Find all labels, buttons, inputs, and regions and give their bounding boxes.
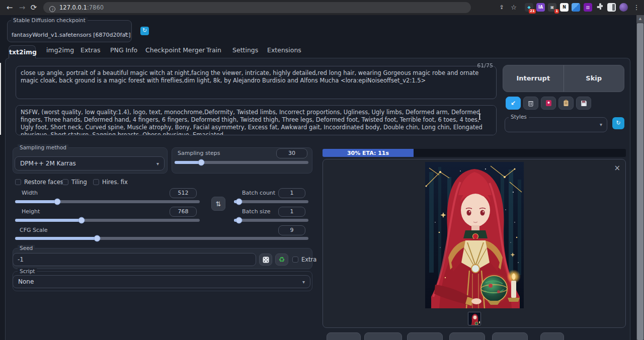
extension-pin-icon[interactable]: ◆21 bbox=[525, 3, 533, 12]
output-gallery: × bbox=[323, 159, 626, 328]
token-counter: 61/75 bbox=[477, 62, 493, 69]
batch-size-slider[interactable] bbox=[234, 219, 308, 222]
tab-extras[interactable]: Extras bbox=[80, 46, 101, 54]
seed-input[interactable] bbox=[13, 253, 256, 266]
tab-train[interactable]: Train bbox=[206, 46, 221, 54]
sidebar-glyph bbox=[612, 4, 615, 11]
interrupt-button[interactable]: Interrupt bbox=[503, 65, 564, 92]
gallery-action-button[interactable] bbox=[407, 332, 443, 340]
slider-handle[interactable] bbox=[78, 217, 85, 224]
save-style-button[interactable] bbox=[576, 97, 591, 110]
progress-bar: 30% ETA: 11s bbox=[323, 149, 626, 157]
scrollbar-up-arrow[interactable]: ▲ bbox=[636, 15, 644, 23]
gem-pendant bbox=[473, 234, 478, 239]
prompt-input[interactable]: close up angle, portrait of a beautiful … bbox=[16, 66, 497, 99]
extension-blue-icon[interactable] bbox=[572, 3, 580, 12]
tab-txt2img[interactable]: txt2img bbox=[9, 45, 36, 58]
checkbox-icon bbox=[292, 257, 298, 263]
slider-handle[interactable] bbox=[198, 159, 205, 166]
sampling-steps-value[interactable]: 30 bbox=[276, 148, 307, 158]
gallery-action-button[interactable] bbox=[492, 332, 528, 340]
styles-dropdown[interactable]: Styles ▾ bbox=[505, 117, 607, 132]
seed-label: Seed bbox=[18, 245, 35, 251]
width-value[interactable]: 512 bbox=[170, 188, 197, 198]
site-info-icon[interactable]: i bbox=[49, 6, 55, 12]
styles-refresh-button[interactable]: ↻ bbox=[612, 117, 624, 129]
cfg-scale-value[interactable]: 9 bbox=[278, 225, 305, 235]
extra-seed-label: Extra bbox=[301, 256, 316, 263]
cfg-scale-label: CFG Scale bbox=[20, 227, 48, 233]
sampling-steps-slider[interactable] bbox=[175, 161, 308, 164]
width-slider[interactable] bbox=[15, 200, 200, 203]
restore-faces-label: Restore faces bbox=[24, 179, 63, 186]
skip-button[interactable]: Skip bbox=[564, 65, 624, 92]
batch-size-value[interactable]: 1 bbox=[278, 207, 305, 217]
extension-ia-icon[interactable]: IA bbox=[536, 3, 545, 12]
checkbox-icon bbox=[93, 179, 99, 185]
trash-icon bbox=[528, 100, 534, 107]
flower-card-icon bbox=[545, 100, 552, 107]
extension-onenote-icon[interactable]: ▥ bbox=[584, 3, 592, 12]
reuse-seed-button[interactable]: ♻ bbox=[275, 253, 288, 266]
recycle-icon: ♻ bbox=[279, 256, 285, 264]
checkpoint-refresh-button[interactable]: ↻ bbox=[140, 27, 149, 35]
tab-extensions[interactable]: Extensions bbox=[267, 46, 301, 54]
extension-notion-icon[interactable]: N bbox=[560, 3, 569, 12]
gallery-action-button[interactable] bbox=[327, 332, 361, 340]
extra-seed-checkbox[interactable]: Extra bbox=[292, 256, 316, 263]
tab-img2img[interactable]: img2img bbox=[46, 46, 74, 54]
browser-forward-button[interactable]: → bbox=[17, 2, 28, 13]
batch-count-slider[interactable] bbox=[234, 200, 308, 203]
tab-settings[interactable]: Settings bbox=[232, 46, 258, 54]
slider-handle[interactable] bbox=[236, 199, 243, 205]
generated-image-preview[interactable] bbox=[425, 162, 524, 308]
height-slider[interactable] bbox=[15, 219, 200, 222]
swap-dimensions-button[interactable]: ⇅ bbox=[211, 197, 225, 211]
share-icon[interactable]: ⇪ bbox=[496, 2, 507, 13]
apply-style-button[interactable] bbox=[558, 97, 574, 110]
chevron-down-icon: ▾ bbox=[600, 122, 602, 127]
clear-prompt-button[interactable] bbox=[523, 97, 538, 110]
gallery-action-button[interactable] bbox=[364, 332, 402, 340]
checkpoint-dropdown[interactable]: Stable Diffusion checkpoint fantasyWorld… bbox=[7, 20, 132, 42]
close-icon[interactable]: × bbox=[614, 164, 620, 172]
bookmark-star-icon[interactable]: ☆ bbox=[508, 2, 519, 13]
gallery-thumbnail[interactable] bbox=[468, 312, 481, 325]
batch-size-label: Batch size bbox=[242, 208, 270, 215]
extension-capture-icon[interactable]: ▣1 bbox=[548, 3, 556, 12]
slider-handle[interactable] bbox=[94, 235, 101, 242]
slider-handle[interactable] bbox=[236, 217, 243, 224]
chevron-down-icon: ▾ bbox=[302, 279, 305, 285]
address-bar[interactable]: i127.0.0.1:7860 bbox=[43, 2, 471, 13]
script-select[interactable]: None ▾ bbox=[13, 275, 310, 288]
extra-networks-button[interactable] bbox=[541, 97, 556, 110]
negative-prompt-input[interactable]: NSFW, (worst quality, low quality:1.4), … bbox=[16, 105, 497, 135]
witch-face bbox=[461, 194, 490, 227]
gallery-action-button[interactable] bbox=[449, 332, 485, 340]
sampling-steps-label: Sampling steps bbox=[178, 150, 220, 156]
restore-faces-checkbox[interactable]: Restore faces bbox=[15, 179, 63, 186]
swap-arrows-icon: ⇅ bbox=[216, 200, 221, 208]
paste-params-button[interactable]: ↙ bbox=[506, 97, 521, 110]
hires-fix-checkbox[interactable]: Hires. fix bbox=[93, 179, 128, 186]
clipboard-icon bbox=[563, 100, 569, 107]
tiling-checkbox[interactable]: Tiling bbox=[62, 179, 87, 186]
checkbox-icon bbox=[62, 179, 68, 185]
slider-handle[interactable] bbox=[54, 199, 61, 205]
scrollbar-thumb[interactable] bbox=[637, 23, 643, 340]
batch-count-value[interactable]: 1 bbox=[278, 188, 305, 198]
cfg-scale-slider[interactable] bbox=[15, 237, 308, 240]
browser-reload-button[interactable]: ⟳ bbox=[28, 2, 39, 13]
profile-avatar[interactable] bbox=[619, 3, 628, 12]
tab-png-info[interactable]: PNG Info bbox=[110, 46, 137, 54]
random-seed-button[interactable] bbox=[259, 253, 272, 266]
browser-back-button[interactable]: ← bbox=[4, 2, 15, 13]
tab-checkpoint-merger[interactable]: Checkpoint Merger bbox=[145, 46, 205, 54]
height-value[interactable]: 768 bbox=[170, 207, 197, 217]
sidebar-toggle-icon[interactable] bbox=[607, 3, 616, 12]
hires-fix-label: Hires. fix bbox=[102, 179, 128, 186]
gallery-action-button[interactable] bbox=[540, 332, 564, 340]
extensions-puzzle-icon[interactable] bbox=[596, 3, 604, 12]
sampling-method-select[interactable]: DPM++ 2M Karras ▾ bbox=[15, 156, 165, 171]
browser-menu-icon[interactable]: ⋮ bbox=[631, 2, 642, 13]
